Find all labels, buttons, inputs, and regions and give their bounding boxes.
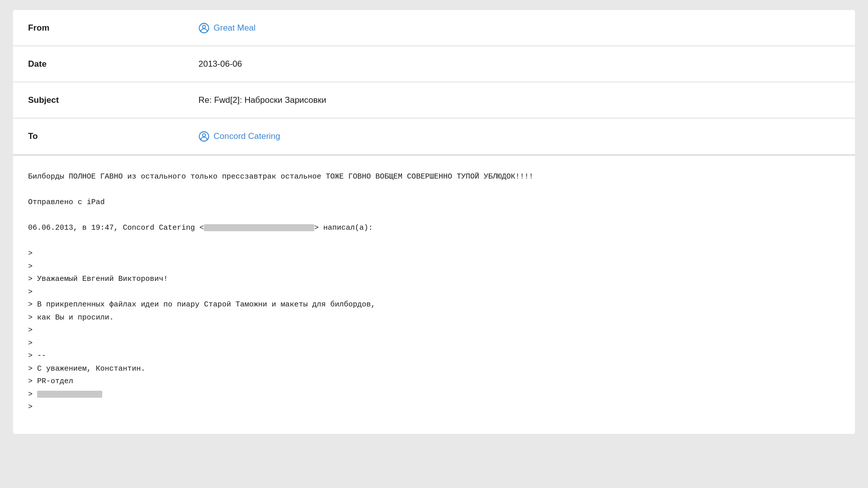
quote-dept: > PR-отдел — [28, 377, 73, 386]
redacted-contact — [37, 391, 102, 398]
quote-regards: > С уважением, Константин. — [28, 365, 145, 373]
from-row: From Great Meal — [13, 10, 855, 46]
quote-text2: > как Вы и просили. — [28, 313, 114, 322]
to-row: To Concord Catering — [13, 118, 855, 154]
quote-greeting: > Уважаемый Евгений Викторович! — [28, 275, 168, 283]
svg-point-1 — [202, 25, 205, 28]
email-viewer: From Great Meal Date 2013-06-06 Subject … — [13, 10, 855, 434]
body-content: Билборды ПОЛНОЕ ГАВНО из остального толь… — [28, 171, 840, 414]
from-name: Great Meal — [213, 23, 256, 33]
svg-point-3 — [202, 134, 205, 137]
quote-blank5: > — [28, 339, 33, 348]
to-name: Concord Catering — [213, 131, 280, 141]
date-label: Date — [28, 59, 198, 69]
from-label: From — [28, 23, 198, 33]
to-label: To — [28, 131, 198, 141]
quote-blank6: > — [28, 403, 33, 411]
quote-separator: > -- — [28, 352, 46, 360]
body-line3: 06.06.2013, в 19:47, Concord Catering < — [28, 224, 204, 232]
quote-blank2: > — [28, 262, 33, 271]
body-line3-suffix: > написал(а): — [314, 224, 373, 232]
from-value[interactable]: Great Meal — [198, 23, 256, 34]
subject-label: Subject — [28, 95, 198, 105]
body-line2: Отправлено с iPad — [28, 198, 105, 207]
email-header: From Great Meal Date 2013-06-06 Subject … — [13, 10, 855, 155]
quote-blank4: > — [28, 326, 33, 335]
to-value[interactable]: Concord Catering — [198, 131, 280, 142]
subject-value: Re: Fwd[2]: Наброски Зарисовки — [198, 95, 326, 105]
date-value: 2013-06-06 — [198, 59, 242, 69]
date-row: Date 2013-06-06 — [13, 46, 855, 82]
subject-row: Subject Re: Fwd[2]: Наброски Зарисовки — [13, 82, 855, 118]
quote-text1: > В прикрепленных файлах идеи по пиару С… — [28, 300, 375, 309]
quote-blank1: > — [28, 249, 33, 258]
quote-blank3: > — [28, 288, 33, 296]
body-line1: Билборды ПОЛНОЕ ГАВНО из остального толь… — [28, 173, 533, 181]
person-icon — [198, 23, 209, 34]
person-icon-to — [198, 131, 209, 142]
redacted-email — [204, 224, 314, 231]
email-body: Билборды ПОЛНОЕ ГАВНО из остального толь… — [13, 155, 855, 434]
